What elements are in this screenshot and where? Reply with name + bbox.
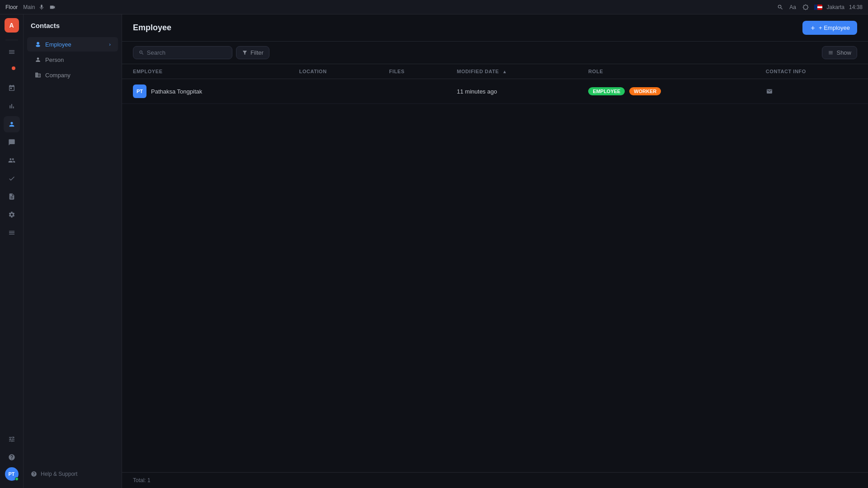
- employee-cell: PT Pathaksa Tongpitak: [122, 79, 288, 104]
- role-badge-employee: EMPLOYEE: [588, 87, 625, 95]
- col-contact-info: CONTACT INFO: [755, 64, 868, 79]
- help-support-label: Help & Support: [41, 471, 77, 477]
- user-avatar[interactable]: PT: [5, 467, 19, 481]
- location-cell: [288, 79, 378, 104]
- col-employee: EMPLOYEE: [122, 64, 288, 79]
- topbar-section: Main: [23, 4, 35, 10]
- theme-icon[interactable]: [802, 3, 810, 11]
- role-badge-worker: WORKER: [629, 87, 661, 95]
- sliders-icon[interactable]: [4, 431, 20, 447]
- person-icon: [34, 56, 42, 63]
- content-header: Employee + Employee: [122, 14, 868, 42]
- sidebar-item-calendar[interactable]: [4, 80, 20, 96]
- table-container: EMPLOYEE LOCATION FILES MODIFIED DATE ▲ …: [122, 64, 868, 472]
- flag-icon: [814, 3, 822, 11]
- sidebar-item-employee[interactable]: Employee ›: [27, 37, 118, 52]
- filter-icon: [242, 50, 248, 56]
- show-button[interactable]: Show: [822, 46, 857, 59]
- content-footer: Total: 1: [122, 472, 868, 488]
- timezone-label: Jakarta: [827, 4, 844, 10]
- rail-divider: [5, 40, 18, 40]
- chevron-right-icon: ›: [109, 42, 111, 47]
- employee-name: Pathaksa Tongpitak: [151, 88, 202, 95]
- sidebar-item-person[interactable]: Person: [27, 52, 118, 67]
- sidebar-bottom: Help & Support: [24, 467, 122, 481]
- col-files: FILES: [378, 64, 446, 79]
- search-icon: [139, 50, 144, 56]
- video-icon[interactable]: [48, 3, 57, 11]
- topbar: Floor Main Aa Jakarta 14:38: [0, 0, 868, 14]
- time-label: 14:38: [849, 4, 863, 10]
- sidebar-item-settings[interactable]: [4, 206, 20, 223]
- main-layout: A: [0, 14, 868, 488]
- toolbar: Filter Show: [122, 42, 868, 64]
- sidebar-employee-label: Employee: [45, 41, 105, 48]
- svg-point-1: [37, 42, 39, 45]
- page-title: Employee: [133, 23, 171, 33]
- sidebar-item-team[interactable]: [4, 152, 20, 169]
- search-box[interactable]: [133, 46, 232, 59]
- employee-table: EMPLOYEE LOCATION FILES MODIFIED DATE ▲ …: [122, 64, 868, 104]
- filter-button[interactable]: Filter: [236, 46, 269, 59]
- sort-asc-icon: ▲: [502, 69, 507, 74]
- mic-icon[interactable]: [38, 3, 46, 11]
- font-icon[interactable]: Aa: [789, 3, 797, 11]
- online-indicator: [15, 477, 19, 481]
- company-icon: [34, 71, 42, 79]
- sidebar-item-data[interactable]: [4, 225, 20, 241]
- svg-point-0: [12, 66, 15, 70]
- topbar-right: Aa Jakarta 14:38: [776, 3, 863, 11]
- avatar: PT: [133, 84, 146, 98]
- col-role: ROLE: [577, 64, 755, 79]
- rail-bottom: PT: [4, 431, 20, 484]
- app-name: Floor: [5, 4, 18, 10]
- sidebar-item-company[interactable]: Company: [27, 68, 118, 82]
- sidebar-company-label: Company: [45, 72, 111, 79]
- search-input[interactable]: [147, 49, 226, 56]
- col-location: LOCATION: [288, 64, 378, 79]
- content-area: Employee + Employee Filter Show: [122, 14, 868, 488]
- sidebar-item-tasks[interactable]: [4, 170, 20, 187]
- table-row[interactable]: PT Pathaksa Tongpitak 11 minutes ago EMP…: [122, 79, 868, 104]
- sidebar-item-files[interactable]: [4, 188, 20, 205]
- sidebar-item-contacts[interactable]: [4, 116, 20, 132]
- sidebar-item-menu[interactable]: [4, 44, 20, 60]
- sidebar: Contacts Employee › Person Company Help …: [24, 14, 122, 488]
- topbar-left: Floor Main: [5, 3, 57, 11]
- show-icon: [828, 50, 834, 56]
- help-support-link[interactable]: Help & Support: [31, 471, 114, 477]
- sidebar-title: Contacts: [24, 22, 122, 37]
- role-cell: EMPLOYEE WORKER: [577, 79, 755, 104]
- modified-date-cell: 11 minutes ago: [446, 79, 578, 104]
- sidebar-person-label: Person: [45, 56, 111, 63]
- email-icon: [766, 88, 773, 95]
- add-employee-button[interactable]: + Employee: [802, 21, 857, 35]
- svg-point-2: [36, 45, 40, 47]
- employee-icon: [34, 41, 42, 48]
- files-cell: [378, 79, 446, 104]
- help-circle-icon[interactable]: [4, 449, 20, 465]
- rail-avatar[interactable]: A: [5, 18, 19, 33]
- sidebar-item-chat[interactable]: [4, 134, 20, 150]
- col-modified-date[interactable]: MODIFIED DATE ▲: [446, 64, 578, 79]
- total-label: Total: 1: [133, 477, 151, 483]
- contact-cell: [755, 79, 868, 104]
- sidebar-item-notifications[interactable]: [4, 62, 20, 78]
- search-icon[interactable]: [776, 3, 784, 11]
- icon-rail: A: [0, 14, 24, 488]
- sidebar-item-charts[interactable]: [4, 98, 20, 114]
